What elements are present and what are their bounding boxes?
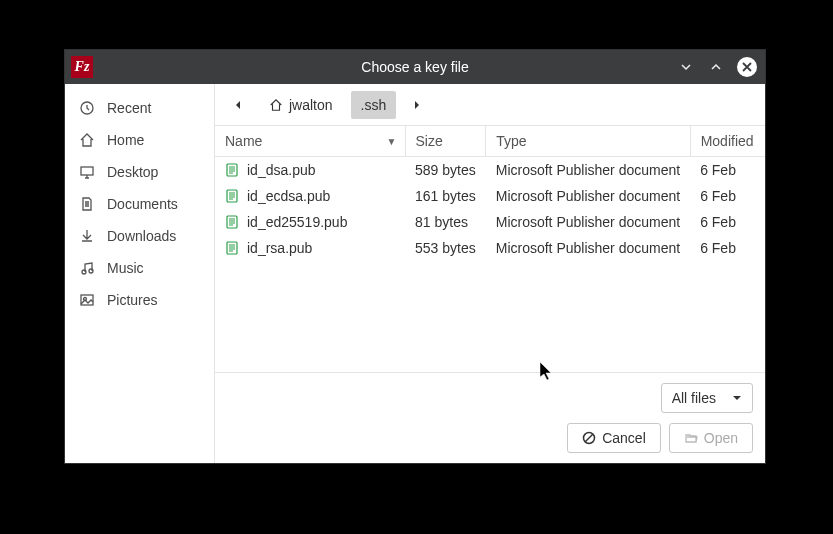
file-modified: 6 Feb bbox=[690, 235, 765, 261]
column-header-size[interactable]: Size bbox=[405, 126, 486, 157]
file-dialog: Fz Choose a key file Recent Home bbox=[65, 50, 765, 463]
file-icon bbox=[225, 189, 239, 203]
file-type: Microsoft Publisher document bbox=[486, 235, 690, 261]
nav-forward-button[interactable] bbox=[404, 92, 430, 118]
file-row[interactable]: id_ecdsa.pub161 bytesMicrosoft Publisher… bbox=[215, 183, 765, 209]
column-header-name[interactable]: Name▼ bbox=[215, 126, 405, 157]
file-size: 161 bytes bbox=[405, 183, 486, 209]
file-modified: 6 Feb bbox=[690, 209, 765, 235]
breadcrumb-current[interactable]: .ssh bbox=[351, 91, 397, 119]
file-type: Microsoft Publisher document bbox=[486, 209, 690, 235]
home-icon bbox=[79, 132, 95, 148]
breadcrumb-label: .ssh bbox=[361, 97, 387, 113]
breadcrumb: jwalton .ssh bbox=[215, 84, 765, 126]
file-modified: 6 Feb bbox=[690, 157, 765, 184]
minimize-icon[interactable] bbox=[677, 58, 695, 76]
home-icon bbox=[269, 98, 283, 112]
column-header-type[interactable]: Type bbox=[486, 126, 690, 157]
svg-rect-7 bbox=[227, 190, 237, 202]
file-list: Name▼ Size Type Modified id_dsa.pub589 b… bbox=[215, 126, 765, 372]
clock-icon bbox=[79, 100, 95, 116]
desktop-icon bbox=[79, 164, 95, 180]
file-name: id_ecdsa.pub bbox=[247, 188, 330, 204]
file-row[interactable]: id_ed25519.pub81 bytesMicrosoft Publishe… bbox=[215, 209, 765, 235]
file-icon bbox=[225, 215, 239, 229]
app-icon: Fz bbox=[71, 56, 93, 78]
button-label: Cancel bbox=[602, 430, 646, 446]
file-name: id_rsa.pub bbox=[247, 240, 312, 256]
sidebar-item-desktop[interactable]: Desktop bbox=[65, 156, 214, 188]
file-type-filter[interactable]: All files bbox=[661, 383, 753, 413]
sort-indicator-icon: ▼ bbox=[387, 136, 397, 147]
sidebar-item-music[interactable]: Music bbox=[65, 252, 214, 284]
file-icon bbox=[225, 241, 239, 255]
titlebar[interactable]: Fz Choose a key file bbox=[65, 50, 765, 84]
chevron-down-icon bbox=[732, 393, 742, 403]
sidebar-item-pictures[interactable]: Pictures bbox=[65, 284, 214, 316]
download-icon bbox=[79, 228, 95, 244]
open-icon bbox=[684, 431, 698, 445]
open-button[interactable]: Open bbox=[669, 423, 753, 453]
breadcrumb-home[interactable]: jwalton bbox=[259, 91, 343, 119]
documents-icon bbox=[79, 196, 95, 212]
sidebar-item-label: Documents bbox=[107, 196, 178, 212]
filter-label: All files bbox=[672, 390, 716, 406]
dialog-footer: All files Cancel Open bbox=[215, 372, 765, 463]
sidebar-item-label: Music bbox=[107, 260, 144, 276]
file-name: id_ed25519.pub bbox=[247, 214, 347, 230]
file-type: Microsoft Publisher document bbox=[486, 183, 690, 209]
file-type: Microsoft Publisher document bbox=[486, 157, 690, 184]
svg-rect-1 bbox=[81, 167, 93, 175]
sidebar-item-recent[interactable]: Recent bbox=[65, 92, 214, 124]
pictures-icon bbox=[79, 292, 95, 308]
button-label: Open bbox=[704, 430, 738, 446]
sidebar-item-label: Downloads bbox=[107, 228, 176, 244]
music-icon bbox=[79, 260, 95, 276]
file-row[interactable]: id_dsa.pub589 bytesMicrosoft Publisher d… bbox=[215, 157, 765, 184]
maximize-icon[interactable] bbox=[707, 58, 725, 76]
sidebar-item-home[interactable]: Home bbox=[65, 124, 214, 156]
nav-back-button[interactable] bbox=[225, 92, 251, 118]
file-icon bbox=[225, 163, 239, 177]
sidebar-item-downloads[interactable]: Downloads bbox=[65, 220, 214, 252]
file-size: 553 bytes bbox=[405, 235, 486, 261]
file-row[interactable]: id_rsa.pub553 bytesMicrosoft Publisher d… bbox=[215, 235, 765, 261]
file-name: id_dsa.pub bbox=[247, 162, 316, 178]
breadcrumb-label: jwalton bbox=[289, 97, 333, 113]
window-title: Choose a key file bbox=[65, 59, 765, 75]
sidebar-item-label: Recent bbox=[107, 100, 151, 116]
sidebar-item-label: Home bbox=[107, 132, 144, 148]
file-size: 589 bytes bbox=[405, 157, 486, 184]
svg-point-2 bbox=[82, 270, 86, 274]
cancel-icon bbox=[582, 431, 596, 445]
sidebar-item-label: Desktop bbox=[107, 164, 158, 180]
sidebar-item-label: Pictures bbox=[107, 292, 158, 308]
svg-rect-9 bbox=[227, 242, 237, 254]
file-modified: 6 Feb bbox=[690, 183, 765, 209]
sidebar-item-documents[interactable]: Documents bbox=[65, 188, 214, 220]
svg-rect-6 bbox=[227, 164, 237, 176]
cancel-button[interactable]: Cancel bbox=[567, 423, 661, 453]
column-header-modified[interactable]: Modified bbox=[690, 126, 765, 157]
svg-rect-8 bbox=[227, 216, 237, 228]
file-size: 81 bytes bbox=[405, 209, 486, 235]
places-sidebar: Recent Home Desktop Documents Downloads … bbox=[65, 84, 215, 463]
svg-point-3 bbox=[89, 269, 93, 273]
close-icon[interactable] bbox=[737, 57, 757, 77]
